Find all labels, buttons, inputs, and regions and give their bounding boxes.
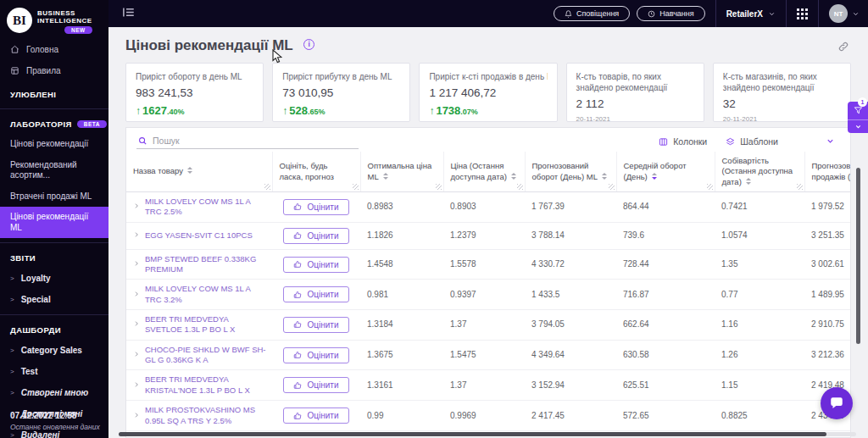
col-header-last-price[interactable]: Ціна (Остання доступна дата)	[443, 152, 525, 192]
expand-row-icon[interactable]	[133, 350, 140, 360]
workspace-selector[interactable]: RetailerX	[726, 9, 776, 19]
reports-section-header[interactable]: ЗВІТИ	[0, 245, 108, 268]
product-name-link[interactable]: EGG YASEN-SVIT C1 10PCS	[145, 230, 253, 241]
sidebar-item-rules[interactable]: Правила	[0, 60, 108, 81]
templates-button[interactable]: Шаблони	[726, 136, 778, 147]
collapse-panel-chevron-icon[interactable]	[826, 134, 835, 149]
horizontal-scrollbar-thumb[interactable]	[119, 432, 826, 436]
info-icon[interactable]: i	[303, 39, 314, 50]
col-header-cost[interactable]: Собівартість (Остання доступна дата)	[715, 152, 804, 192]
apps-grid-icon[interactable]	[797, 8, 808, 19]
product-name-link[interactable]: BEER TRI MEDVEDYA KRISTAL'NOE 1.3L P BO …	[145, 374, 267, 396]
chevron-right-icon: >	[10, 347, 14, 354]
topbar-separator	[786, 0, 787, 27]
col-header-product-name[interactable]: Назва товару	[126, 152, 272, 192]
rate-button[interactable]: Оцінити	[283, 286, 348, 302]
cell-forecast-qty: 1 489.95	[804, 280, 851, 310]
expand-row-icon[interactable]	[133, 230, 140, 241]
col-header-forecast-turnover[interactable]: Прогнозований оборот (День) ML	[525, 152, 616, 192]
chat-support-button[interactable]	[821, 387, 853, 419]
sort-icon[interactable]	[511, 173, 516, 180]
column-resize-handle[interactable]	[609, 184, 615, 190]
notifications-button[interactable]: Сповіщення	[554, 6, 630, 21]
brand-line2: INTELLIGENCE	[37, 17, 92, 25]
arrow-up-icon: ↑	[136, 105, 141, 117]
rate-button[interactable]: Оцінити	[283, 347, 348, 363]
sidebar-item-home[interactable]: Головна	[0, 39, 108, 60]
col-header-rate-forecast[interactable]: Оцініть, будь ласка, прогноз	[272, 152, 360, 192]
col-header-forecast-qty[interactable]: Прогнозована к-сть продажів (День) ML	[804, 152, 851, 192]
product-name-link[interactable]: CHOCO-PIE SHKLD W BWF SH-GL G 0.36KG K A	[145, 345, 267, 366]
search-box[interactable]	[136, 134, 359, 149]
rate-button[interactable]: Оцінити	[283, 199, 348, 215]
expand-row-icon[interactable]	[133, 202, 140, 212]
cell-optimal-price: 0.99	[360, 401, 443, 431]
cell-avg-turnover: 630.58	[616, 340, 715, 370]
kpi-card-sales-count: Приріст к-сті продажів в день ML 1 217 4…	[419, 63, 557, 122]
sort-icon[interactable]	[602, 173, 607, 180]
last-update-caption: Останнє оновлення даних	[10, 423, 100, 431]
last-update-time: 07.12.2022 12:58	[10, 411, 100, 420]
share-link-icon[interactable]	[837, 41, 849, 56]
sort-icon[interactable]	[746, 178, 751, 185]
vertical-scrollbar-thumb[interactable]	[856, 168, 860, 344]
sidebar-item-category-sales[interactable]: >Category Sales	[0, 340, 108, 361]
col-header-avg-turnover[interactable]: Середній оборот (День)	[616, 152, 715, 192]
sidebar-item-lost-sales-ml[interactable]: Втрачені продажі ML	[0, 186, 108, 208]
column-resize-handle[interactable]	[353, 184, 359, 190]
product-name-link[interactable]: MILK PROSTOKVASHINO MS 0.95L SQ A TRS Y …	[145, 405, 267, 426]
sidebar-item-test[interactable]: >Test	[0, 361, 108, 382]
cell-forecast-qty: 1 979.52	[804, 192, 851, 223]
expand-row-icon[interactable]	[133, 290, 140, 300]
cell-cost: 1.26	[715, 340, 804, 370]
sidebar-item-special[interactable]: >Special	[0, 289, 108, 310]
expand-row-icon[interactable]	[133, 380, 140, 391]
cell-optimal-price: 1.3161	[360, 370, 443, 401]
sort-icon[interactable]	[187, 167, 192, 174]
chevron-down-icon	[854, 123, 862, 130]
sort-icon-active[interactable]	[652, 173, 657, 180]
thumbs-up-icon	[293, 291, 302, 299]
search-input[interactable]	[153, 136, 357, 146]
product-name-link[interactable]: MILK LOVELY COW MS 1L A TRC 2.5%	[145, 197, 267, 218]
training-button[interactable]: Навчання	[637, 6, 704, 21]
favorites-section-header[interactable]: УЛЮБЛЕНІ	[0, 81, 108, 104]
column-resize-handle[interactable]	[707, 184, 713, 190]
user-menu[interactable]: NT	[829, 4, 860, 23]
cell-last-price: 0.9969	[443, 401, 525, 431]
beta-badge: BETA	[77, 120, 107, 128]
sidebar-item-created-by-me[interactable]: >Створені мною	[0, 382, 108, 403]
cell-forecast-qty: 2 910.75	[804, 310, 851, 341]
thumbs-up-icon	[293, 351, 302, 359]
col-header-optimal-price[interactable]: Оптимальна ціна ML	[360, 152, 443, 192]
columns-button[interactable]: Колонки	[659, 136, 707, 147]
rate-button[interactable]: Оцінити	[283, 377, 348, 393]
sidebar-item-price-recs-ml-active[interactable]: Цінові рекомендації ML	[0, 207, 108, 238]
column-resize-handle[interactable]	[517, 184, 523, 190]
expand-row-icon[interactable]	[133, 259, 140, 269]
expand-row-icon[interactable]	[133, 411, 140, 421]
sidebar-item-recommended-assortment[interactable]: Рекомендований асортим...	[0, 155, 108, 186]
dashboards-section-header[interactable]: ДАШБОРДИ	[0, 317, 108, 340]
lab-section-header[interactable]: ЛАБОРАТОРІЯ BETA	[0, 111, 108, 134]
sidebar-item-loyalty[interactable]: >Loyalty	[0, 268, 108, 289]
expand-row-icon[interactable]	[133, 319, 140, 330]
delta-up: ↑1627.40%	[136, 104, 253, 117]
sort-icon[interactable]	[383, 173, 388, 180]
rate-button[interactable]: Оцінити	[283, 408, 348, 424]
widget-collapse-button[interactable]	[848, 120, 868, 133]
rate-button[interactable]: Оцінити	[283, 317, 348, 333]
rate-button[interactable]: Оцінити	[283, 257, 348, 273]
column-resize-handle[interactable]	[264, 184, 270, 190]
collapse-sidebar-icon[interactable]	[122, 6, 135, 21]
product-name-link[interactable]: MILK LOVELY COW MS 1L A TRC 3.2%	[145, 284, 267, 305]
rate-button[interactable]: Оцінити	[283, 228, 348, 244]
column-resize-handle[interactable]	[436, 184, 442, 190]
horizontal-scrollbar[interactable]	[119, 432, 856, 436]
sidebar-item-price-recs[interactable]: Цінові рекомендації	[0, 134, 108, 155]
product-name-link[interactable]: BMP STEWED BEEF 0.338KG PREMIUM	[145, 254, 267, 275]
cell-forecast-turnover: 3 794.05	[525, 310, 616, 341]
column-resize-handle[interactable]	[797, 184, 803, 190]
product-name-link[interactable]: BEER TRI MEDVEDYA SVETLOE 1.3L P BO L X	[145, 314, 267, 335]
feedback-side-widget[interactable]: 1	[848, 102, 868, 133]
